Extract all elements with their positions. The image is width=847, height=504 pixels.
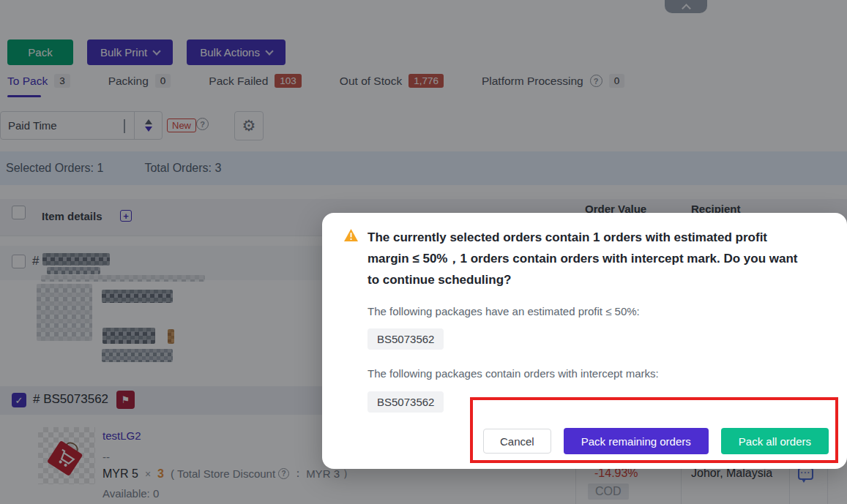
package-tag: BS5073562 [367, 328, 444, 350]
warning-icon [343, 228, 359, 245]
annotation-highlight-box [470, 397, 838, 463]
package-tag: BS5073562 [367, 391, 444, 413]
dialog-title: The currently selected orders contain 1 … [367, 227, 807, 290]
intercept-note: The following packages contain orders wi… [367, 367, 659, 380]
profit-note: The following packages have an estimated… [367, 305, 640, 317]
